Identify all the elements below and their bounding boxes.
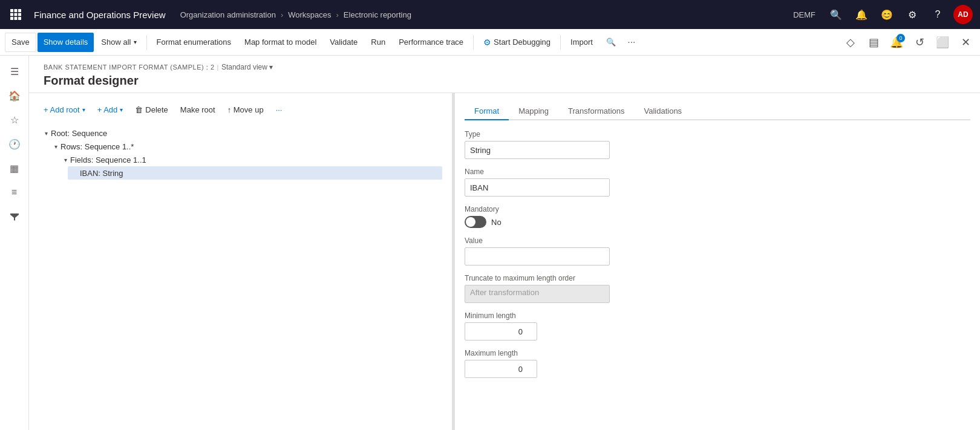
toolbar-more-button[interactable]: ··· bbox=[623, 34, 640, 51]
add-button[interactable]: + Add ▾ bbox=[93, 103, 128, 117]
title-bar: Finance and Operations Preview Organizat… bbox=[0, 0, 980, 29]
grid-icon[interactable] bbox=[7, 6, 24, 23]
mandatory-toggle[interactable] bbox=[465, 216, 486, 228]
page-title: Format designer bbox=[44, 74, 965, 88]
expand-icon[interactable]: ⬜ bbox=[933, 33, 952, 52]
toolbar-search-button[interactable]: 🔍 bbox=[600, 33, 622, 52]
max-length-input[interactable] bbox=[465, 360, 537, 378]
svg-rect-5 bbox=[18, 13, 21, 16]
nav-item-2[interactable]: Workspaces bbox=[288, 10, 331, 19]
type-input[interactable] bbox=[465, 141, 610, 159]
tab-validations[interactable]: Validations bbox=[634, 103, 691, 120]
search-icon-btn[interactable]: 🔍 bbox=[826, 5, 846, 24]
svg-rect-0 bbox=[10, 9, 13, 12]
tree-node-iban-label: IBAN: String bbox=[80, 169, 123, 178]
add-root-button[interactable]: + Add root ▾ bbox=[39, 103, 90, 117]
svg-rect-3 bbox=[10, 13, 13, 16]
sidebar-modules-icon[interactable]: ≡ bbox=[4, 181, 25, 203]
main-content: BANK STATEMENT IMPORT FORMAT (SAMPLE) : … bbox=[29, 56, 980, 430]
nav-item-3[interactable]: Electronic reporting bbox=[344, 10, 411, 19]
delete-icon: 🗑 bbox=[135, 105, 143, 114]
validate-button[interactable]: Validate bbox=[324, 33, 364, 52]
show-all-chevron-icon: ▾ bbox=[134, 39, 137, 45]
tree-node-root[interactable]: ▾ Root: Sequence bbox=[39, 126, 442, 140]
sidebar-favorites-icon[interactable]: ☆ bbox=[4, 109, 25, 131]
toolbar-sep-2 bbox=[473, 35, 474, 50]
make-root-button[interactable]: Make root bbox=[175, 103, 220, 117]
props-pane: Format Mapping Transformations Validatio… bbox=[455, 93, 980, 430]
tree-more-button[interactable]: ··· bbox=[271, 103, 287, 117]
tab-transformations[interactable]: Transformations bbox=[558, 103, 634, 120]
notification-badge-btn[interactable]: 🔔 0 bbox=[887, 33, 906, 52]
diamond-icon[interactable]: ◇ bbox=[841, 33, 860, 52]
sidebar-workspaces-icon[interactable]: ▦ bbox=[4, 157, 25, 179]
split-area: + Add root ▾ + Add ▾ 🗑 Delete Make root bbox=[29, 93, 980, 430]
delete-button[interactable]: 🗑 Delete bbox=[130, 103, 173, 117]
svg-rect-7 bbox=[15, 17, 18, 20]
tree-view: ▾ Root: Sequence ▾ Rows: Sequence 1..* ▾… bbox=[39, 126, 442, 180]
nav-sep-1: › bbox=[281, 10, 283, 19]
name-field-group: Name bbox=[465, 168, 970, 197]
value-input[interactable] bbox=[465, 247, 610, 265]
debug-icon: ⚙ bbox=[483, 37, 491, 47]
tab-format[interactable]: Format bbox=[465, 103, 509, 120]
close-icon[interactable]: ✕ bbox=[956, 33, 975, 52]
run-button[interactable]: Run bbox=[365, 33, 391, 52]
tree-node-rows[interactable]: ▾ Rows: Sequence 1..* bbox=[48, 140, 442, 153]
feedback-icon-btn[interactable]: 😊 bbox=[877, 5, 897, 24]
type-label: Type bbox=[465, 130, 970, 138]
sidebar-home-icon[interactable]: 🏠 bbox=[4, 85, 25, 106]
map-format-to-model-button[interactable]: Map format to model bbox=[238, 33, 322, 52]
svg-rect-4 bbox=[15, 13, 18, 16]
tree-node-iban[interactable]: IBAN: String bbox=[68, 166, 442, 180]
breadcrumb-nav: Organization administration › Workspaces… bbox=[180, 10, 794, 19]
move-up-button[interactable]: ↑ Move up bbox=[223, 103, 269, 117]
refresh-icon[interactable]: ↺ bbox=[910, 33, 929, 52]
mandatory-field-group: Mandatory No bbox=[465, 205, 970, 228]
tree-pane: + Add root ▾ + Add ▾ 🗑 Delete Make root bbox=[29, 93, 452, 430]
truncate-placeholder: After transformation bbox=[470, 288, 539, 297]
toolbar: Save Show details Show all ▾ Format enum… bbox=[0, 29, 980, 56]
save-button[interactable]: Save bbox=[5, 33, 36, 52]
settings-icon-btn[interactable]: ⚙ bbox=[903, 5, 922, 24]
add-chevron-icon: ▾ bbox=[120, 106, 123, 113]
user-avatar[interactable]: AD bbox=[953, 5, 973, 24]
min-length-input[interactable] bbox=[465, 322, 537, 340]
show-all-button[interactable]: Show all ▾ bbox=[95, 33, 142, 52]
expand-fields-icon: ▾ bbox=[60, 155, 70, 165]
view-selector[interactable]: Standard view ▾ bbox=[221, 63, 273, 71]
page-header: BANK STATEMENT IMPORT FORMAT (SAMPLE) : … bbox=[29, 56, 980, 93]
import-button[interactable]: Import bbox=[564, 33, 599, 52]
tab-mapping[interactable]: Mapping bbox=[509, 103, 558, 120]
sidebar-toggle-icon[interactable]: ▤ bbox=[864, 33, 883, 52]
mandatory-toggle-row: No bbox=[465, 216, 970, 228]
sidebar-menu-icon[interactable]: ☰ bbox=[4, 60, 25, 82]
help-icon-btn[interactable]: ? bbox=[928, 5, 947, 24]
tree-node-fields-label: Fields: Sequence 1..1 bbox=[70, 155, 146, 165]
notification-icon-btn[interactable]: 🔔 bbox=[852, 5, 871, 24]
expand-iban-icon bbox=[70, 168, 80, 178]
breadcrumb-label: BANK STATEMENT IMPORT FORMAT (SAMPLE) : … bbox=[44, 64, 215, 71]
toolbar-sep-3 bbox=[560, 35, 561, 50]
sidebar-recent-icon[interactable]: 🕐 bbox=[4, 133, 25, 155]
name-label: Name bbox=[465, 168, 970, 176]
svg-rect-6 bbox=[10, 17, 13, 20]
name-input[interactable] bbox=[465, 178, 610, 197]
title-bar-right: DEMF 🔍 🔔 😊 ⚙ ? AD bbox=[793, 5, 973, 24]
sidebar-filter-icon[interactable] bbox=[4, 206, 25, 227]
tree-node-fields[interactable]: ▾ Fields: Sequence 1..1 bbox=[58, 153, 442, 166]
view-chevron-icon: ▾ bbox=[269, 63, 273, 71]
start-debugging-button[interactable]: ⚙ Start Debugging bbox=[477, 33, 557, 52]
format-enumerations-button[interactable]: Format enumerations bbox=[151, 33, 238, 52]
performance-trace-button[interactable]: Performance trace bbox=[393, 33, 469, 52]
truncate-input: After transformation bbox=[465, 285, 610, 303]
truncate-label: Truncate to maximum length order bbox=[465, 274, 970, 282]
app-layout: ☰ 🏠 ☆ 🕐 ▦ ≡ BANK STATEMENT IMPORT FORMAT… bbox=[0, 56, 980, 430]
show-details-button[interactable]: Show details bbox=[38, 33, 94, 52]
tree-node-rows-label: Rows: Sequence 1..* bbox=[60, 142, 134, 151]
svg-rect-2 bbox=[18, 9, 21, 12]
nav-item-1[interactable]: Organization administration bbox=[180, 10, 276, 19]
mandatory-label: Mandatory bbox=[465, 205, 970, 213]
min-length-label: Minimum length bbox=[465, 311, 970, 320]
svg-rect-8 bbox=[18, 17, 21, 20]
